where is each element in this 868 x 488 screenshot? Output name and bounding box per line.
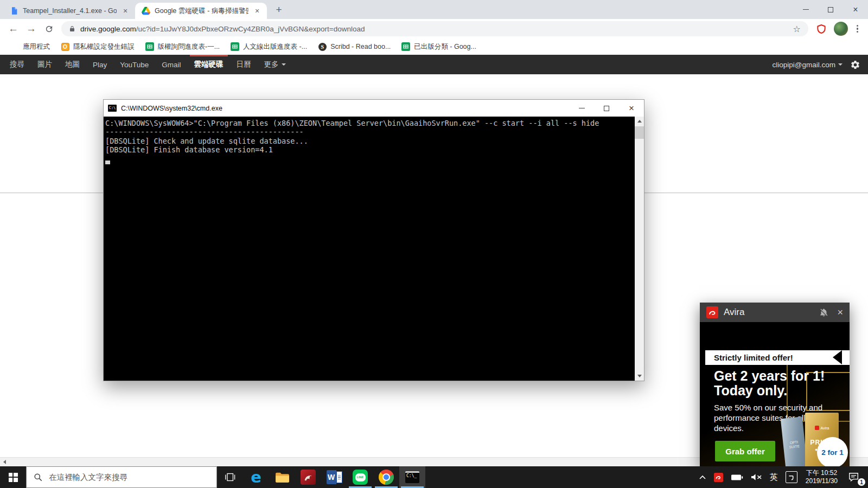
scroll-down-icon <box>637 375 642 377</box>
google-nav-bar: 搜尋 圖片 地圖 Play YouTube Gmail 雲端硬碟 日曆 更多 c… <box>0 55 868 74</box>
start-button[interactable] <box>0 466 26 488</box>
bookmark-label: Scribd - Read boo... <box>330 43 391 50</box>
dragon-app-icon <box>301 470 316 485</box>
search-icon <box>34 473 43 482</box>
back-button[interactable]: ← <box>4 20 22 38</box>
lock-icon <box>69 25 75 33</box>
tab-close-icon[interactable]: × <box>253 7 261 15</box>
avira-shield-extension-button[interactable] <box>813 20 831 38</box>
bookmark-copyright-sheet[interactable]: 版權詢問進度表-一... <box>141 41 225 53</box>
cmd-titlebar[interactable]: C:\ C:\WINDOWS\system32\cmd.exe × <box>104 100 644 117</box>
folder-icon <box>275 471 290 484</box>
gnav-maps[interactable]: 地圖 <box>59 55 86 74</box>
forward-button[interactable]: → <box>22 20 40 38</box>
tray-volume[interactable] <box>747 466 766 488</box>
scrollbar-thumb[interactable] <box>635 126 644 139</box>
window-minimize-button[interactable] <box>793 0 818 19</box>
taskbar: 在這裡輸入文字來搜尋 e W LINE C:\_ <box>0 466 868 488</box>
gnav-more[interactable]: 更多 <box>258 55 292 74</box>
reload-button[interactable] <box>40 20 58 38</box>
tray-battery[interactable] <box>727 466 747 488</box>
cmd-minimize-button[interactable] <box>569 100 594 117</box>
back-arrow-icon: ← <box>8 23 18 35</box>
taskbar-app-chrome[interactable] <box>373 466 399 488</box>
taskbar-search-box[interactable]: 在這裡輸入文字來搜尋 <box>26 466 217 488</box>
speaker-muted-icon <box>751 473 762 481</box>
cmd-console: C:\WINDOWS\SysWOW64>"C:\Program Files (x… <box>104 117 644 381</box>
bookmark-apps[interactable]: 應用程式 <box>5 41 55 53</box>
battery-icon <box>731 474 743 481</box>
search-placeholder: 在這裡輸入文字來搜尋 <box>49 472 127 483</box>
window-maximize-button[interactable] <box>818 0 843 19</box>
tray-clock[interactable]: 下午 10:52 2019/11/30 <box>801 466 842 488</box>
tab-google-drive-warning[interactable]: Google 雲端硬碟 - 病毒掃描警告 × <box>135 3 267 19</box>
bookmark-humanities-sheet[interactable]: 人文線出版進度表 -... <box>226 41 312 53</box>
cmd-maximize-button[interactable] <box>594 100 619 117</box>
grab-offer-button[interactable]: Grab offer <box>715 441 775 461</box>
url-domain: drive.google.com <box>80 25 136 33</box>
tray-ime-language[interactable]: 英 <box>766 466 782 488</box>
avira-logo-icon <box>706 306 718 318</box>
offer-headline: Get 2 years for 1! Today only. <box>714 369 825 398</box>
ime-mode-icon <box>786 471 797 483</box>
scroll-up-button[interactable] <box>635 117 644 126</box>
window-close-button[interactable]: × <box>843 0 868 19</box>
bookmark-privacy-error[interactable]: O 隱私權設定發生錯誤 <box>56 41 139 53</box>
dot <box>857 25 858 27</box>
tray-ime-mode[interactable] <box>782 466 801 488</box>
line-icon: LINE <box>353 470 368 485</box>
avira-mini-logo <box>815 426 819 430</box>
scroll-left-button[interactable] <box>0 458 9 467</box>
cmd-scrollbar[interactable] <box>635 117 644 381</box>
cmd-title: C:\WINDOWS\system32\cmd.exe <box>121 105 222 112</box>
taskbar-app-line[interactable]: LINE <box>347 466 373 488</box>
address-bar[interactable]: drive.google.com/uc?id=1uJwY8J0dxPbxeORz… <box>61 21 808 36</box>
chevron-up-icon <box>699 474 706 480</box>
account-menu[interactable]: cliopipi@gmail.com <box>767 61 848 69</box>
taskbar-app-edge[interactable]: e <box>243 466 269 488</box>
profile-avatar[interactable] <box>834 22 848 36</box>
console-line: [DBSQLite] Check and update sqlite datab… <box>105 137 631 145</box>
gnav-drive[interactable]: 雲端硬碟 <box>188 55 230 74</box>
action-center-button[interactable]: 1 <box>842 466 866 488</box>
gear-icon[interactable] <box>850 60 860 70</box>
bookmark-scribd[interactable]: S Scribd - Read boo... <box>313 41 395 53</box>
gnav-gmail[interactable]: Gmail <box>155 55 187 74</box>
browser-window-controls: × <box>793 0 868 19</box>
task-view-icon <box>225 472 235 483</box>
gnav-play[interactable]: Play <box>86 55 113 74</box>
tab-close-icon[interactable]: × <box>121 7 130 15</box>
taskbar-app-dragon[interactable] <box>295 466 321 488</box>
scribd-icon: S <box>318 43 327 51</box>
gnav-search[interactable]: 搜尋 <box>3 55 31 74</box>
taskbar-app-cmd[interactable]: C:\_ <box>399 466 425 488</box>
tab-teampel-installer[interactable]: Teampel_Installer_4.1.exe - Goo × <box>3 3 135 19</box>
ime-language-label: 英 <box>770 472 778 483</box>
desktop-screen: Teampel_Installer_4.1.exe - Goo × Google… <box>0 0 868 488</box>
scroll-down-button[interactable] <box>635 371 644 381</box>
bookmark-label: 應用程式 <box>23 42 50 52</box>
close-icon[interactable]: × <box>837 307 843 317</box>
tray-avira[interactable] <box>710 466 727 488</box>
gnav-youtube[interactable]: YouTube <box>113 55 155 74</box>
browser-menu-button[interactable] <box>851 22 864 36</box>
clock-date: 2019/11/30 <box>806 477 838 485</box>
tray-overflow-button[interactable] <box>695 466 710 488</box>
sheets-icon <box>231 42 239 51</box>
mute-notifications-icon[interactable] <box>819 308 828 317</box>
gnav-calendar[interactable]: 日曆 <box>230 55 258 74</box>
maximize-icon <box>828 7 833 12</box>
bookmark-star-icon[interactable]: ☆ <box>793 24 800 34</box>
edge-icon: e <box>251 470 261 485</box>
console-line: ----------------------------------------… <box>105 127 631 136</box>
gnav-images[interactable]: 圖片 <box>31 55 59 74</box>
taskbar-app-file-explorer[interactable] <box>269 466 295 488</box>
task-view-button[interactable] <box>217 466 243 488</box>
taskbar-app-word[interactable]: W <box>321 466 347 488</box>
bookmark-label: 已出版分類 - Goog... <box>414 42 476 52</box>
new-tab-button[interactable]: + <box>271 2 286 17</box>
cmd-close-button[interactable]: × <box>619 100 644 117</box>
shield-icon <box>816 23 827 35</box>
bookmark-published-sheet[interactable]: 已出版分類 - Goog... <box>397 41 481 53</box>
browser-toolbar: ← → drive.google.com/uc?id=1uJwY8J0dxPbx… <box>0 19 868 38</box>
